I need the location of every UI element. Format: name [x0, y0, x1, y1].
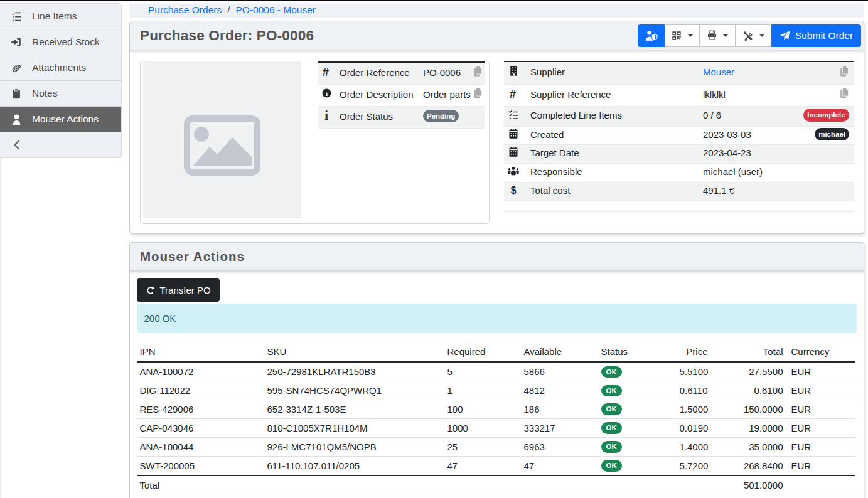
svg-text:1: 1: [12, 12, 14, 16]
svg-text:#: #: [323, 66, 329, 77]
svg-text:3: 3: [12, 18, 14, 21]
svg-text:i: i: [325, 90, 327, 97]
svg-text:#: #: [510, 88, 516, 98]
svg-text:i: i: [324, 110, 328, 120]
svg-text:$: $: [511, 184, 517, 194]
